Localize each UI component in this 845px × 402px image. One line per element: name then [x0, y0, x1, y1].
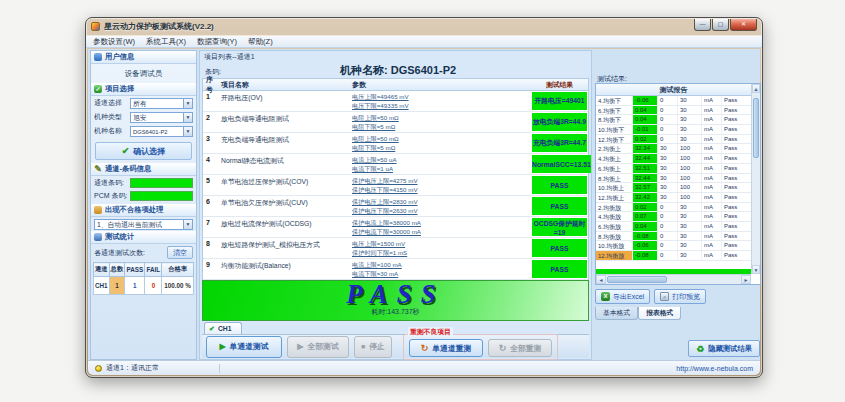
print-preview-button[interactable]: ⌕打印预览	[654, 289, 706, 304]
tab-basic-format[interactable]: 基本格式	[595, 307, 638, 320]
test-item-row[interactable]: 9均衡功能测试(Balance)电流上限=100 mA电流下限=30 mAPAS…	[203, 259, 588, 280]
scroll-down-icon[interactable]: ▼	[752, 265, 760, 274]
menu-system-tools[interactable]: 系统工具(X)	[146, 37, 186, 47]
confirm-selection-button[interactable]: ✔ 确认选择	[95, 142, 192, 160]
menu-data-query[interactable]: 数据查询(Y)	[197, 37, 237, 47]
report-row[interactable]: 8.均衡上32.4430100mAPass	[596, 174, 751, 184]
clear-button[interactable]: 清空	[167, 246, 193, 259]
test-item-row[interactable]: 3充电负端导通电阻测试电阻上限=50 mΩ电阻下限=5 mΩ充电负端3R=44.…	[203, 133, 588, 154]
channel-barcode-field[interactable]	[130, 178, 193, 188]
test-item-row[interactable]: 4Normal静态电流测试电流上限=50 uA电流下限=1 uANormalSC…	[203, 154, 588, 175]
maximize-button[interactable]: ▢	[712, 19, 729, 31]
chevron-down-icon[interactable]: ▼	[183, 220, 192, 229]
vertical-scroll-thumb[interactable]	[753, 98, 759, 158]
model-name-dropdown[interactable]: DGS6401-P2▼	[130, 126, 193, 137]
title-bar[interactable]: 星云动力保护板测试系统(V2.2) — ▢ ✕	[86, 18, 762, 35]
test-item-row[interactable]: 2放电负端导通电阻测试电阻上限=50 mΩ电阻下限=5 mΩ放电负端3R=44.…	[203, 112, 588, 133]
tab-report-format[interactable]: 报表格式	[638, 307, 681, 320]
chevron-down-icon[interactable]: ▼	[183, 99, 192, 108]
machine-type-dropdown[interactable]: 旭安▼	[130, 112, 193, 123]
channel-barcode-label: 通道条码:	[94, 178, 128, 188]
status-website-link[interactable]: http://www.e-nebula.com	[676, 365, 753, 372]
hide-results-button[interactable]: ♻隐藏测试结果	[688, 340, 760, 357]
test-item-row[interactable]: 6单节电池欠压保护测试(CUV)保护电压上限=2830 mV保护电压下限=263…	[203, 196, 588, 217]
report-result: Pass	[722, 96, 751, 105]
export-excel-button[interactable]: X导出Excel	[595, 289, 650, 304]
minimize-button[interactable]: —	[694, 19, 711, 31]
scroll-left-icon[interactable]: ◄	[596, 275, 606, 284]
report-min: 0	[658, 106, 678, 115]
report-row[interactable]: 12.均衡上32.4230100mAPass	[596, 193, 751, 203]
report-row[interactable]: 10.均衡放-0.06030mAPass	[596, 241, 751, 251]
report-row[interactable]: 6.均衡放0.04030mAPass	[596, 222, 751, 232]
stats-cell: CH1	[94, 277, 110, 295]
report-row[interactable]: 10.均衡上32.5730100mAPass	[596, 183, 751, 193]
report-max: 30	[678, 135, 702, 144]
single-channel-test-button[interactable]: ▶单通道测试	[206, 336, 282, 358]
report-value: -0.08	[633, 232, 658, 241]
chevron-down-icon[interactable]: ▼	[183, 113, 192, 122]
fail-handling-header: 出现不合格项处理	[91, 204, 196, 217]
horizontal-scroll-thumb[interactable]	[607, 276, 667, 283]
test-item-row[interactable]: 8放电短路保护测试_模拟电压方式电压上限=1500 mV保护时间下限=1 mSP…	[203, 238, 588, 259]
report-min: 0	[658, 115, 678, 124]
report-unit: mA	[702, 212, 722, 221]
pcm-barcode-field[interactable]	[130, 191, 193, 201]
menu-help[interactable]: 帮助(Z)	[248, 37, 273, 47]
scroll-right-icon[interactable]: ►	[741, 275, 751, 284]
horizontal-scrollbar[interactable]: ◄ ►	[596, 274, 751, 284]
report-result: Pass	[722, 241, 751, 250]
report-value: 0.04	[633, 115, 658, 124]
menu-parameter-settings[interactable]: 参数设置(W)	[93, 37, 135, 47]
fail-handling-dropdown[interactable]: 1、自动退出当前测试▼	[94, 219, 193, 230]
test-item-row[interactable]: 7放电过电流保护测试(OCDSG)保护电流上限=38000 mA保护电流下限=3…	[203, 217, 588, 238]
vertical-scrollbar[interactable]: ▲ ▼	[751, 84, 760, 274]
report-result: Pass	[722, 212, 751, 221]
single-channel-retest-button[interactable]: ↻单通道重测	[409, 339, 483, 357]
printer-icon: ⌕	[660, 292, 669, 301]
report-row[interactable]: 12.均衡放-0.08030mAPass	[596, 251, 751, 261]
report-row[interactable]: 4.均衡下-0.06030mAPass	[596, 96, 751, 106]
report-body: 4.均衡下-0.06030mAPass6.均衡下0.04030mAPass8.均…	[596, 96, 760, 261]
report-row[interactable]: 2.均衡放0.02030mAPass	[596, 203, 751, 213]
report-row[interactable]: 6.均衡下0.04030mAPass	[596, 106, 751, 116]
report-item-name: 4.均衡放	[596, 212, 633, 221]
report-row[interactable]: 4.均衡上32.4430100mAPass	[596, 154, 751, 164]
report-box: 测试报告 4.均衡下-0.06030mAPass6.均衡下0.04030mAPa…	[595, 83, 761, 285]
report-unit: mA	[702, 106, 722, 115]
tab-ch1[interactable]: ✔ CH1	[204, 322, 242, 334]
all-test-button[interactable]: ▶全部测试	[287, 336, 349, 358]
stop-button[interactable]: ■停止	[354, 336, 392, 358]
report-row[interactable]: 10.均衡下-0.01030mAPass	[596, 125, 751, 135]
menu-bar: 参数设置(W) 系统工具(X) 数据查询(Y) 帮助(Z)	[86, 35, 762, 48]
main-content: 用户信息 设备调试员 ✓ 项目选择 通道选择 所有▼ 机种类型 旭安▼ 机种名称…	[88, 49, 760, 361]
chevron-down-icon[interactable]: ▼	[183, 127, 192, 136]
report-row[interactable]: 8.均衡放-0.08030mAPass	[596, 232, 751, 242]
report-unit: mA	[702, 164, 722, 173]
channel-select-label: 通道选择	[94, 98, 128, 108]
item-result: PASS	[532, 176, 587, 194]
report-max: 100	[678, 183, 702, 192]
item-result: PASS	[532, 260, 587, 278]
report-row[interactable]: 8.均衡下0.04030mAPass	[596, 115, 751, 125]
test-item-row[interactable]: 5单节电池过压保护测试(COV)保护电压上限=4275 mV保护电压下限=415…	[203, 175, 588, 196]
report-min: 0	[658, 251, 678, 260]
test-item-row[interactable]: 1开路电压(OV)电压上限=49465 mV电压下限=49335 mV开路电压=…	[203, 91, 588, 112]
report-min: 0	[658, 212, 678, 221]
report-row[interactable]: 2.均衡上32.3430100mAPass	[596, 144, 751, 154]
all-retest-button[interactable]: ↻全部重测	[488, 339, 552, 357]
close-button[interactable]: ✕	[730, 19, 757, 31]
report-row[interactable]: 6.均衡上32.5130100mAPass	[596, 164, 751, 174]
item-number: 9	[203, 259, 219, 279]
app-window: 星云动力保护板测试系统(V2.2) — ▢ ✕ 参数设置(W) 系统工具(X) …	[85, 17, 763, 378]
report-unit: mA	[702, 251, 722, 260]
report-value: 32.51	[633, 164, 658, 173]
report-row[interactable]: 4.均衡放0.07030mAPass	[596, 212, 751, 222]
report-row[interactable]: 12.均衡下0.02030mAPass	[596, 135, 751, 145]
report-value: 0.04	[633, 222, 658, 231]
report-value: 32.34	[633, 144, 658, 153]
item-params: 电流上限=50 uA电流下限=1 uA	[349, 154, 531, 174]
scroll-up-icon[interactable]: ▲	[752, 84, 760, 93]
channel-select-dropdown[interactable]: 所有▼	[130, 98, 193, 109]
report-item-name: 6.均衡下	[596, 106, 633, 115]
